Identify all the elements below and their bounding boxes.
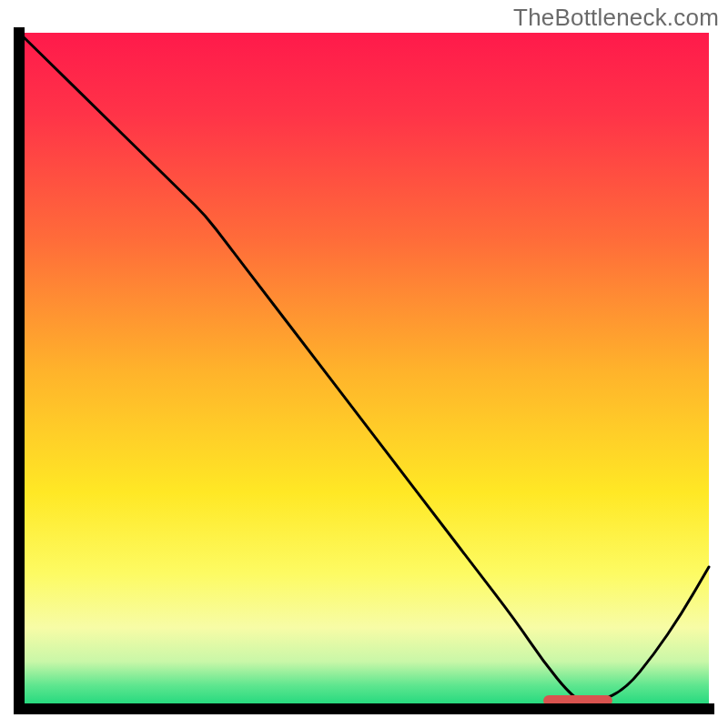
chart-frame: TheBottleneck.com (0, 0, 728, 728)
plot-area (14, 27, 714, 714)
plot-svg (14, 27, 714, 714)
